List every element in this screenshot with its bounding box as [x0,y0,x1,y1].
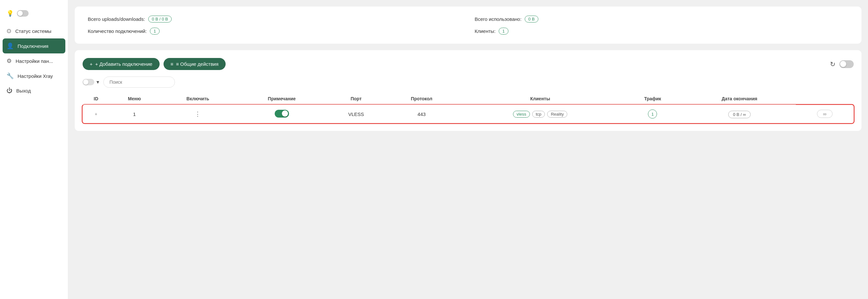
tag-reality: Reality [547,111,567,117]
clients-value: 1 [499,28,508,34]
connections-table: ID Меню Включить Примечание Порт Протоко… [83,93,854,123]
used-label: Всего использовано: [475,16,522,22]
toolbar: + + Добавить подключение ≡ ≡ Общие дейст… [83,58,854,70]
plus-icon: + [90,61,93,67]
tag-vless: vless [513,111,530,117]
filter-icon: ▼ [96,79,100,85]
row-menu-icon[interactable]: ⋮ [195,111,201,117]
menu-icon: ≡ [171,61,174,67]
sidebar-item-system-status[interactable]: ⊙ Статус системы [0,23,68,38]
system-status-icon: ⊙ [6,27,11,34]
sidebar-item-label: Статус системы [15,28,51,34]
col-note: Примечание [236,93,328,105]
col-clients: Клиенты [458,93,622,105]
cell-traffic: 0 B / ∞ [683,105,796,124]
cell-expiry: ∞ [796,105,854,124]
table-header-row: ID Меню Включить Примечание Порт Протоко… [83,93,854,105]
sidebar-item-label: Настройки пан... [16,58,53,64]
col-protocol: Протокол [385,93,458,105]
sidebar-item-xray-settings[interactable]: 🔧 Настройки Xray [0,69,68,83]
col-menu: Меню [110,93,160,105]
add-connection-label: + Добавить подключение [95,61,152,67]
tag-tcp: tcp [532,111,545,117]
auto-refresh-toggle[interactable] [839,60,854,68]
uploads-value: 0 B / 0 B [148,16,172,23]
cell-expand[interactable]: + [83,105,110,124]
cell-enabled[interactable] [236,105,328,124]
table-row: + 1 ⋮ VLESS 443 vl [83,105,854,124]
sidebar-item-label: Подключения [18,43,49,49]
general-actions-button[interactable]: ≡ ≡ Общие действия [163,58,226,70]
add-connection-button[interactable]: + + Добавить подключение [83,58,160,70]
xray-settings-icon: 🔧 [6,72,14,79]
uploads-stat: Всего uploads/downloads: 0 B / 0 B [88,16,462,23]
used-value: 0 B [525,16,538,23]
sidebar-item-label: Настройки Xray [18,73,53,79]
col-id: ID [83,93,110,105]
col-traffic: Трафик [622,93,683,105]
traffic-badge: 0 B / ∞ [728,111,751,118]
general-actions-label: ≡ Общие действия [176,61,218,67]
filter-toggle[interactable]: ▼ [83,79,100,85]
sidebar-item-logout[interactable]: ⏻ Выход [0,83,68,98]
cell-note: VLESS [328,105,385,124]
search-area: ▼ [83,77,854,88]
client-count-badge: 1 [648,109,657,118]
col-port: Порт [328,93,385,105]
stats-card: Всего uploads/downloads: 0 B / 0 B Всего… [75,6,862,44]
theme-toggle[interactable] [17,10,29,17]
sidebar-item-connections[interactable]: 👤 Подключения [3,38,65,53]
connections-icon: 👤 [6,42,14,50]
logout-icon: ⏻ [6,87,12,94]
sidebar-item-panel-settings[interactable]: ⚙ Настройки пан... [0,53,68,69]
main-content: Всего uploads/downloads: 0 B / 0 B Всего… [68,0,868,299]
connections-value: 1 [150,28,159,34]
uploads-label: Всего uploads/downloads: [88,16,145,22]
search-input[interactable] [103,77,175,88]
cell-clients: 1 [622,105,683,124]
col-enabled: Включить [159,93,236,105]
clients-stat: Клиенты: 1 [475,28,848,34]
col-expiry: Дата окончания [683,93,796,105]
connections-stat: Количество подключений: 1 [88,28,462,34]
cell-menu[interactable]: ⋮ [159,105,236,124]
toolbar-right: ↻ [830,60,854,68]
cell-port: 443 [385,105,458,124]
sidebar-item-label: Выход [16,88,31,93]
refresh-icon[interactable]: ↻ [830,60,836,68]
used-stat: Всего использовано: 0 B [475,16,848,23]
cell-protocol: vless tcp Reality [458,105,622,124]
bulb-icon: 💡 [6,10,14,17]
sidebar-nav: ⊙ Статус системы 👤 Подключения ⚙ Настрой… [0,23,68,98]
expiry-badge: ∞ [817,110,833,118]
sidebar-top: 💡 [0,6,68,23]
sidebar: 💡 ⊙ Статус системы 👤 Подключения ⚙ Настр… [0,0,68,299]
table-card: + + Добавить подключение ≡ ≡ Общие дейст… [75,50,862,131]
panel-settings-icon: ⚙ [6,57,12,64]
clients-label: Клиенты: [475,28,495,34]
cell-id: 1 [110,105,160,124]
connections-label: Количество подключений: [88,28,147,34]
